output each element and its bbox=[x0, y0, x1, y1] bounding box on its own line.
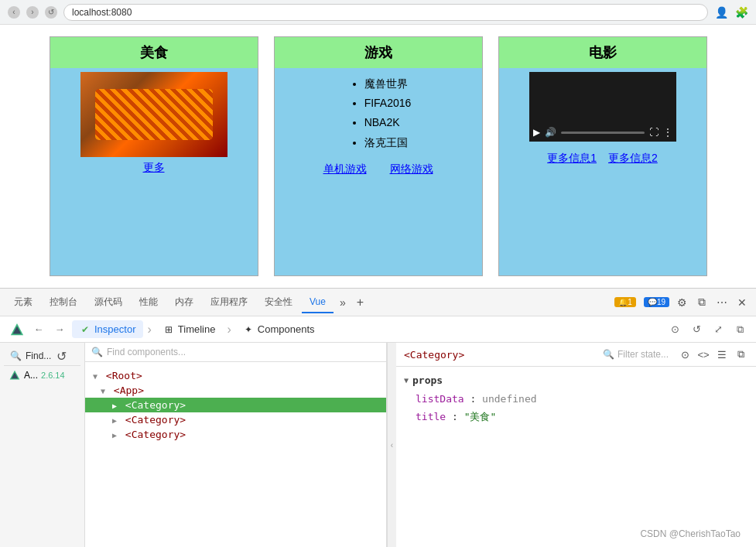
external-icon[interactable]: ⧉ bbox=[733, 347, 748, 362]
app-vue-logo bbox=[9, 369, 21, 381]
close-devtools-button[interactable]: ✕ bbox=[734, 295, 750, 310]
tab-elements[interactable]: 元素 bbox=[6, 291, 40, 313]
games-list: 魔兽世界 FIFA2016 NBA2K 洛克王国 bbox=[345, 74, 412, 152]
tab-application[interactable]: 应用程序 bbox=[203, 291, 255, 313]
vue-forward-button[interactable]: → bbox=[51, 321, 68, 338]
find-refresh-icon[interactable]: ↺ bbox=[55, 350, 67, 362]
app-label: A... bbox=[24, 370, 38, 381]
subtab-sep-1: › bbox=[147, 323, 151, 337]
movie-info-link-1[interactable]: 更多信息1 bbox=[547, 152, 597, 166]
collapse-handle[interactable]: ‹ bbox=[387, 343, 396, 547]
profile-icon[interactable]: 👤 bbox=[714, 5, 728, 19]
subtab-components[interactable]: ✦ Components bbox=[235, 320, 323, 338]
tab-security[interactable]: 安全性 bbox=[257, 291, 300, 313]
state-panel: <Category> 🔍 Filter state... ⊙ <> ☰ ⧉ ▼ … bbox=[396, 343, 756, 547]
movie-links: 更多信息1 更多信息2 bbox=[541, 145, 664, 172]
list-item: NBA2K bbox=[364, 113, 412, 132]
state-section-props: ▼ props listData : undefined title : "美食… bbox=[404, 374, 748, 426]
tree-item-category-1[interactable]: ▶ <Category> bbox=[85, 398, 386, 412]
food-card-header: 美食 bbox=[50, 37, 258, 68]
refresh-icon[interactable]: ↺ bbox=[688, 321, 705, 338]
error-badge: 💬 19 bbox=[644, 297, 669, 307]
tree-item-root[interactable]: ▼ <Root> bbox=[85, 368, 386, 383]
component-search-input[interactable]: Find components... bbox=[107, 347, 380, 357]
tree-tag-cat3: <Category> bbox=[125, 429, 186, 440]
add-tab-button[interactable]: + bbox=[352, 292, 368, 313]
state-action-icons: ⊙ <> ☰ ⧉ bbox=[677, 347, 748, 362]
food-card: 美食 更多 bbox=[50, 36, 258, 276]
vue-back-button[interactable]: ← bbox=[30, 321, 47, 338]
tree-arrow-app: ▼ bbox=[101, 387, 105, 395]
tree-arrow-cat1: ▶ bbox=[112, 402, 117, 410]
subtab-inspector[interactable]: ✔ Inspector bbox=[72, 320, 143, 338]
warning-badge: 🔔 1 bbox=[614, 297, 636, 307]
single-game-link[interactable]: 单机游戏 bbox=[323, 162, 367, 176]
food-more-link[interactable]: 更多 bbox=[137, 157, 171, 179]
tab-memory[interactable]: 内存 bbox=[167, 291, 201, 313]
tree-tag-cat1: <Category> bbox=[125, 399, 186, 411]
components-icon: ✦ bbox=[243, 324, 254, 335]
vue-logo-icon bbox=[8, 320, 26, 339]
browser-toolbar: ‹ › ↺ localhost:8080 👤 🧩 bbox=[0, 0, 756, 25]
tab-console[interactable]: 控制台 bbox=[42, 291, 85, 313]
devtools-panel: 元素 控制台 源代码 性能 内存 应用程序 安全性 Vue » + 🔔 1 💬 … bbox=[0, 288, 756, 547]
online-game-link[interactable]: 网络游戏 bbox=[390, 162, 433, 176]
subtab-timeline[interactable]: ⊞ Timeline bbox=[156, 320, 224, 338]
devtools-main-content: 🔍 Find... ↺ A... 2.6.14 🔍 Find component bbox=[0, 343, 756, 547]
subtab-sep-2: › bbox=[227, 323, 231, 337]
refresh-button[interactable]: ↺ bbox=[45, 6, 57, 19]
webpage-content: 美食 更多 游戏 魔兽世界 FIFA2016 NBA2K 洛克王国 单机游戏 网… bbox=[0, 25, 756, 288]
tab-performance[interactable]: 性能 bbox=[132, 291, 166, 313]
volume-icon[interactable]: 🔊 bbox=[545, 127, 556, 138]
more-tabs-button[interactable]: » bbox=[335, 293, 351, 312]
fullscreen-icon[interactable]: ⛶ bbox=[649, 127, 659, 138]
extensions-icon[interactable]: 🧩 bbox=[734, 5, 748, 19]
play-icon[interactable]: ▶ bbox=[533, 127, 540, 138]
section-arrow: ▼ bbox=[404, 376, 409, 385]
find-text[interactable]: Find... bbox=[26, 350, 51, 361]
tree-item-category-2[interactable]: ▶ <Category> bbox=[85, 412, 386, 427]
video-player[interactable]: ▶ 🔊 ⛶ ⋮ bbox=[529, 72, 676, 142]
games-links: 单机游戏 网络游戏 bbox=[317, 156, 440, 183]
back-button[interactable]: ‹ bbox=[8, 6, 20, 19]
settings-icon[interactable]: ⚙ bbox=[674, 295, 689, 310]
component-tree: ▼ <Root> ▼ <App> ▶ <Category> ▶ <Categor… bbox=[85, 362, 386, 448]
movie-info-link-2[interactable]: 更多信息2 bbox=[608, 152, 658, 166]
video-controls: ▶ 🔊 ⛶ ⋮ bbox=[529, 127, 676, 138]
expand-icon[interactable]: ⤢ bbox=[710, 321, 727, 338]
games-card-header: 游戏 bbox=[275, 37, 482, 68]
dock-icon[interactable]: ⧉ bbox=[694, 295, 710, 310]
more-options-icon[interactable]: ⋮ bbox=[663, 127, 672, 138]
prop-colon-2: : bbox=[452, 411, 464, 422]
tab-vue[interactable]: Vue bbox=[302, 292, 334, 313]
video-progress-bar[interactable] bbox=[561, 132, 645, 134]
games-card: 游戏 魔兽世界 FIFA2016 NBA2K 洛克王国 单机游戏 网络游戏 bbox=[274, 36, 483, 276]
tree-item-app[interactable]: ▼ <App> bbox=[85, 383, 386, 398]
devtools-action-icons: 🔔 1 💬 19 ⚙ ⧉ ⋯ ✕ bbox=[611, 295, 750, 310]
list-icon[interactable]: ☰ bbox=[714, 347, 730, 362]
watermark: CSDN @CherishTaoTao bbox=[640, 528, 741, 539]
vue-subtab-actions: ⊙ ↺ ⤢ ⧉ bbox=[666, 321, 748, 338]
more-options-devtools-icon[interactable]: ⋯ bbox=[714, 295, 730, 310]
prop-title: title : "美食" bbox=[404, 408, 748, 426]
tree-item-category-3[interactable]: ▶ <Category> bbox=[85, 427, 386, 442]
timeline-icon: ⊞ bbox=[163, 324, 174, 335]
tab-sources[interactable]: 源代码 bbox=[87, 291, 130, 313]
tree-arrow-cat2: ▶ bbox=[112, 416, 117, 425]
record-icon[interactable]: ⊙ bbox=[666, 321, 683, 338]
food-image-visual bbox=[80, 72, 227, 157]
tree-arrow-cat3: ▶ bbox=[112, 431, 117, 439]
filter-placeholder[interactable]: Filter state... bbox=[617, 349, 669, 360]
code-icon[interactable]: <> bbox=[696, 347, 711, 362]
component-search-icon: 🔍 bbox=[91, 347, 103, 357]
url-bar[interactable]: localhost:8080 bbox=[63, 4, 708, 21]
prop-listdata: listData : undefined bbox=[404, 390, 748, 408]
new-tab-icon[interactable]: ⧉ bbox=[731, 321, 748, 338]
forward-button[interactable]: › bbox=[26, 6, 39, 19]
tree-tag-cat2: <Category> bbox=[125, 414, 186, 426]
state-section-header[interactable]: ▼ props bbox=[404, 374, 748, 386]
app-item[interactable]: A... 2.6.14 bbox=[4, 366, 80, 385]
prop-value-title: "美食" bbox=[464, 411, 497, 422]
prop-key-listdata: listData bbox=[416, 393, 464, 405]
screenshot-icon[interactable]: ⊙ bbox=[677, 347, 693, 362]
